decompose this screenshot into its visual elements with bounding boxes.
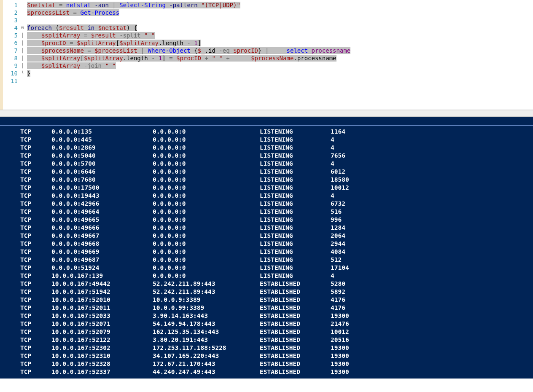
fold-guide: └ [21,70,27,77]
col-foreign-address: 172.67.21.170:443 [153,360,260,368]
code-token: $splitArray [41,62,81,69]
col-foreign-address: 0.0.0.0:0 [153,272,260,280]
netstat-row[interactable]: TCP0.0.0.0:66460.0.0.0:0LISTENING6012 [0,168,533,176]
code-line[interactable]: $processList = Get-Process [27,9,533,16]
code-line[interactable]: $splitArray[$splitArray.length - 1] = $p… [27,54,533,62]
netstat-row[interactable]: TCP10.0.0.167:52302172.253.117.188:5228E… [0,344,533,352]
code-token: $splitArray [119,40,159,46]
col-protocol: TCP [20,312,51,320]
code-token: . [293,55,297,62]
col-local-address: 0.0.0.0:19443 [51,192,153,200]
code-line[interactable] [27,16,533,24]
code-token: = [169,55,172,62]
line-number: 4 [3,24,18,32]
netstat-row[interactable]: TCP0.0.0.0:496670.0.0.0:0LISTENING2064 [0,232,533,240]
netstat-row[interactable]: TCP10.0.0.167:5194252.242.211.89:443ESTA… [0,288,533,296]
netstat-row[interactable]: TCP0.0.0.0:1350.0.0.0:0LISTENING1164 [0,128,533,136]
fold-gutter[interactable]: ⊟│││││└ [21,0,27,110]
col-local-address: 0.0.0.0:49664 [51,208,153,216]
col-foreign-address: 0.0.0.0:0 [153,176,260,184]
code-token: foreach [27,24,52,31]
netstat-row[interactable]: TCP10.0.0.167:521223.80.20.191:443ESTABL… [0,336,533,344]
netstat-row[interactable]: TCP10.0.0.167:5201110.0.0.99:3389ESTABLI… [0,304,533,312]
col-foreign-address: 0.0.0.0:0 [153,144,260,152]
code-line[interactable] [27,77,533,85]
line-number: 7 [3,47,18,54]
code-line[interactable]: $splitArray = $result -split " " [27,32,533,39]
code-token: $splitArray [84,55,123,62]
fold-collapse-icon[interactable]: ⊟ [21,24,27,32]
col-protocol: TCP [20,288,51,296]
col-protocol: TCP [20,200,51,208]
code-line[interactable]: foreach ($result in $netstat) { [27,24,533,32]
netstat-row[interactable]: TCP0.0.0.0:496870.0.0.0:0LISTENING512 [0,256,533,264]
netstat-row[interactable]: TCP10.0.0.167:5201010.0.0.9:3389ESTABLIS… [0,296,533,304]
code-line[interactable]: $procID = $splitArray[$splitArray.length… [27,39,533,47]
netstat-row[interactable]: TCP0.0.0.0:175000.0.0.0:0LISTENING10012 [0,184,533,192]
code-line[interactable]: } [27,70,533,77]
netstat-row[interactable]: TCP0.0.0.0:76800.0.0.0:0LISTENING18580 [0,176,533,184]
netstat-row[interactable]: TCP0.0.0.0:4450.0.0.0:0LISTENING4 [0,136,533,144]
netstat-row[interactable]: TCP0.0.0.0:519240.0.0.0:0LISTENING17104 [0,264,533,272]
col-pid: 20516 [331,336,349,344]
netstat-row[interactable]: TCP0.0.0.0:496690.0.0.0:0LISTENING4084 [0,248,533,256]
code-token [223,55,226,62]
col-local-address: 0.0.0.0:7680 [51,176,153,184]
netstat-row[interactable]: TCP0.0.0.0:496680.0.0.0:0LISTENING2944 [0,240,533,248]
fold-guide: │ [21,32,27,39]
netstat-row[interactable]: TCP10.0.0.167:4944252.242.211.89:443ESTA… [0,280,533,288]
col-foreign-address: 0.0.0.0:0 [153,160,260,168]
code-line[interactable]: $processName = $processList | Where-Obje… [27,47,533,54]
netstat-row[interactable]: TCP0.0.0.0:429660.0.0.0:0LISTENING6732 [0,200,533,208]
console-output-pane[interactable]: TCP0.0.0.0:1350.0.0.0:0LISTENING1164TCP0… [0,126,533,379]
netstat-row[interactable]: TCP10.0.0.167:52328172.67.21.170:443ESTA… [0,360,533,368]
col-protocol: TCP [20,176,51,184]
code-line[interactable]: $netstat = netstat -aon | Select-String … [27,1,533,9]
col-foreign-address: 0.0.0.0:0 [153,136,260,144]
col-protocol: TCP [20,264,51,272]
col-protocol: TCP [20,256,51,264]
code-token: $splitArray [41,32,81,39]
col-pid: 18580 [331,176,349,184]
col-local-address: 0.0.0.0:5700 [51,160,153,168]
netstat-row[interactable]: TCP0.0.0.0:194430.0.0.0:0LISTENING4 [0,192,533,200]
code-token [269,47,286,54]
netstat-row[interactable]: TCP10.0.0.167:5231034.107.165.220:443EST… [0,352,533,360]
netstat-row[interactable]: TCP0.0.0.0:28690.0.0.0:0LISTENING4 [0,144,533,152]
netstat-row[interactable]: TCP0.0.0.0:50400.0.0.0:0LISTENING7656 [0,152,533,160]
netstat-row[interactable]: TCP0.0.0.0:57000.0.0.0:0LISTENING4 [0,160,533,168]
netstat-row[interactable]: TCP10.0.0.167:52079162.125.35.134:443EST… [0,328,533,336]
fold-empty [21,16,27,24]
col-foreign-address: 3.90.14.163:443 [153,312,260,320]
col-pid: 996 [331,216,342,224]
netstat-row[interactable]: TCP10.0.0.167:520333.90.14.163:443ESTABL… [0,312,533,320]
col-foreign-address: 172.253.117.188:5228 [153,344,260,352]
netstat-row[interactable]: TCP0.0.0.0:496650.0.0.0:0LISTENING996 [0,216,533,224]
netstat-row[interactable]: TCP10.0.0.167:5233744.240.247.49:443ESTA… [0,368,533,376]
netstat-row[interactable]: TCP0.0.0.0:496660.0.0.0:0LISTENING1284 [0,224,533,232]
col-foreign-address: 0.0.0.0:0 [153,200,260,208]
code-token [94,24,98,31]
col-state: ESTABLISHED [260,296,331,304]
code-token: Get-Process [80,9,119,16]
code-editor[interactable]: $netstat = netstat -aon | Select-String … [27,0,533,110]
col-protocol: TCP [20,344,51,352]
netstat-row[interactable]: TCP10.0.0.167:1390.0.0.0:0LISTENING4 [0,272,533,280]
script-editor-pane[interactable]: 1234567891011 ⊟│││││└ $netstat = netstat… [0,0,533,110]
code-line[interactable]: $splitArray -join " " [27,62,533,70]
code-token: [ [80,55,83,62]
code-token [27,55,41,62]
col-protocol: TCP [20,336,51,344]
code-token: $netstat [27,2,55,8]
col-state: ESTABLISHED [260,280,331,288]
col-state: LISTENING [260,200,331,208]
splitter[interactable] [0,110,533,117]
code-token [201,55,205,62]
code-token [308,47,311,54]
fold-empty [21,77,27,85]
netstat-row[interactable]: TCP10.0.0.167:5207154.149.94.178:443ESTA… [0,320,533,328]
col-foreign-address: 0.0.0.0:0 [153,256,260,264]
netstat-row[interactable]: TCP0.0.0.0:496640.0.0.0:0LISTENING516 [0,208,533,216]
col-foreign-address: 0.0.0.0:0 [153,248,260,256]
col-local-address: 10.0.0.167:52079 [51,328,153,336]
